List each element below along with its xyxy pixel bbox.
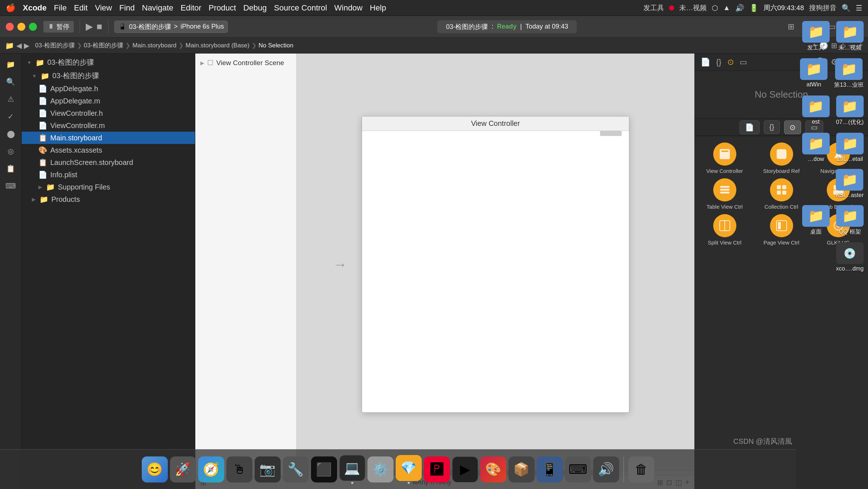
desktop-folder-atwin[interactable]: 📁 atWin [798, 56, 830, 91]
nav-file-launch[interactable]: 📋 LaunchScreen.storyboard [22, 156, 195, 169]
breadcrumb-sep-4: ❯ [252, 42, 256, 49]
desktop-folder-zjl[interactable]: 📁 ZJL…etail [834, 131, 866, 165]
nav-sub-1[interactable]: ▼ 📁 03-检图的步骤 [22, 69, 195, 82]
desktop-folder-video[interactable]: 📁 未…视频 [834, 19, 866, 54]
nav-file-assets[interactable]: 🎨 Assets.xcassets [22, 144, 195, 156]
dock-item-b[interactable]: 📱 [537, 456, 563, 482]
desktop-folder-est[interactable]: 📁 est [800, 93, 832, 128]
storyboard-canvas[interactable]: → View Controller [297, 54, 694, 475]
dock-sketch[interactable]: 💎 [396, 455, 422, 484]
folder-label-ksi: KSI…aster [836, 192, 864, 199]
dock-finder[interactable]: 😊 [142, 456, 168, 482]
dock-tools[interactable]: 🔧 [283, 456, 309, 482]
lt-debug-icon[interactable]: ⬤ [4, 127, 18, 141]
breadcrumb-item-2[interactable]: 03-检图的步骤 [84, 41, 124, 50]
desktop-folder-opt[interactable]: 📁 07…(优化) [834, 93, 866, 128]
menu-help[interactable]: Help [370, 3, 386, 13]
view-controller-frame[interactable]: View Controller [362, 116, 629, 413]
lt-search-icon[interactable]: 🔍 [4, 75, 18, 89]
obj-tab-file[interactable]: 📄 [740, 120, 760, 134]
dock-colored[interactable]: 🎨 [480, 456, 506, 482]
lt-code-icon[interactable]: ⌨ [4, 179, 18, 193]
run-button[interactable]: ▶ [86, 21, 93, 32]
breadcrumb-item-4[interactable]: Main.storyboard (Base) [186, 42, 250, 49]
scheme-selector[interactable]: 📱 03-检图的步骤 > iPhone 6s Plus [114, 21, 228, 33]
desktop-folder-class13[interactable]: 📁 第13…业班 [832, 56, 866, 91]
obj-sb-icon [770, 143, 793, 166]
insp-circle-icon[interactable]: ⊙ [726, 56, 735, 68]
dock-item-d[interactable]: 🔊 [593, 456, 619, 482]
pause-button[interactable]: ⏸ 暂停 [43, 21, 74, 33]
dock-iterm[interactable]: ▶ [452, 456, 478, 482]
minimize-button[interactable] [17, 23, 25, 31]
breadcrumb-item-3[interactable]: Main.storyboard [132, 42, 176, 49]
lt-test-icon[interactable]: ✓ [4, 109, 18, 124]
desktop-folder-qq[interactable]: 📁 QQ 框架 [834, 203, 866, 238]
dock-terminal-black[interactable]: ⬛ [311, 456, 337, 482]
menu-source-control[interactable]: Source Control [274, 3, 327, 13]
dock-dot-sketch [408, 482, 410, 484]
breadcrumb-item-1[interactable]: 03-检图的步骤 [35, 41, 75, 50]
folder-label-atwin: atWin [807, 81, 821, 88]
menu-icon[interactable]: ☰ [856, 4, 862, 12]
menu-editor[interactable]: Editor [180, 3, 201, 13]
dock-trash[interactable]: 🗑 [628, 456, 654, 482]
lt-folder-icon[interactable]: 📁 [4, 57, 18, 72]
apple-menu[interactable]: 🍎 [6, 3, 16, 13]
menu-edit[interactable]: Edit [74, 3, 88, 13]
clock-label: 周六09:43:48 [763, 3, 804, 13]
menu-product[interactable]: Product [209, 3, 236, 13]
maximize-button[interactable] [29, 23, 37, 31]
dock-safari[interactable]: 🧭 [198, 456, 224, 482]
dock-photo[interactable]: 📷 [255, 456, 281, 482]
nav-file-supporting[interactable]: ▶ 📁 Supporting Files [22, 181, 195, 193]
lt-warning-icon[interactable]: ⚠ [4, 92, 18, 106]
desktop-folder-desktop[interactable]: 📁 桌面 [800, 203, 832, 238]
menu-debug[interactable]: Debug [243, 3, 267, 13]
nav-file-viewcontroller-h[interactable]: 📄 ViewController.h [22, 107, 195, 119]
stop-button[interactable]: ■ [97, 21, 102, 32]
obj-tab-bracket[interactable]: {} [764, 120, 779, 134]
menu-find[interactable]: Find [119, 3, 135, 13]
menu-window[interactable]: Window [334, 3, 362, 13]
lt-breakpoints-icon[interactable]: ◎ [4, 144, 18, 158]
dock-item-a[interactable]: 📦 [509, 456, 535, 482]
insp-file-icon[interactable]: 📄 [699, 56, 712, 68]
nav-file-appdelegate-h[interactable]: 📄 AppDelegate.h [22, 82, 195, 95]
nav-file-main-storyboard[interactable]: 📋 Main.storyboard [22, 132, 195, 144]
dock-terminal[interactable]: 💻 [339, 455, 365, 484]
sougou-label: 搜狗拼音 [809, 3, 837, 13]
nav-root-1[interactable]: ▼ 📁 03-检图的步骤 [22, 56, 195, 69]
insp-square-icon[interactable]: ▭ [738, 56, 749, 68]
dock-sys-prefs[interactable]: ⚙️ [367, 456, 393, 482]
nav-file-viewcontroller-m[interactable]: 📄 ViewController.m [22, 119, 195, 132]
nav-back-button[interactable]: ◀ [16, 41, 22, 50]
nav-folder-icon[interactable]: 📁 [5, 41, 14, 50]
obj-view-controller[interactable]: View Controller [698, 143, 751, 174]
close-button[interactable] [6, 23, 14, 31]
menu-navigate[interactable]: Navigate [142, 3, 174, 13]
menu-xcode[interactable]: Xcode [23, 3, 47, 13]
desktop-folder-ksi[interactable]: 📁 KSI…aster [834, 167, 866, 201]
obj-split-view-ctrl[interactable]: Split View Ctrl [698, 214, 751, 246]
obj-table-view-ctrl[interactable]: Table View Ctrl [698, 178, 751, 210]
nav-file-info[interactable]: 📄 Info.plist [22, 169, 195, 181]
nav-file-appdelegate-m[interactable]: 📄 AppDelegate.m [22, 95, 195, 107]
nav-forward-button[interactable]: ▶ [24, 41, 29, 50]
menu-view[interactable]: View [95, 3, 112, 13]
desktop-folder-dow[interactable]: 📁 …dow [800, 131, 832, 165]
lt-history-icon[interactable]: 📋 [4, 161, 18, 176]
desktop-folder-xco[interactable]: 💿 xco….dmg [834, 240, 866, 274]
menu-file[interactable]: File [54, 3, 67, 13]
desktop-folder-fatools[interactable]: 📁 发工具 [800, 19, 832, 54]
dock-ppt[interactable]: 🅿 [424, 456, 450, 482]
search-icon[interactable]: 🔍 [842, 4, 851, 12]
insp-bracket-icon[interactable]: {} [715, 56, 723, 68]
scene-item-vc[interactable]: ▶ ☐ View Controller Scene [195, 56, 296, 69]
dock-launchpad[interactable]: 🚀 [170, 456, 196, 482]
layout-icon-1[interactable]: ⊞ [786, 21, 796, 33]
nav-file-products[interactable]: ▶ 📁 Products [22, 193, 195, 205]
dock-mouse[interactable]: 🖱 [226, 456, 252, 482]
breadcrumb-item-5[interactable]: No Selection [259, 42, 293, 49]
dock-item-c[interactable]: ⌨ [565, 456, 591, 482]
